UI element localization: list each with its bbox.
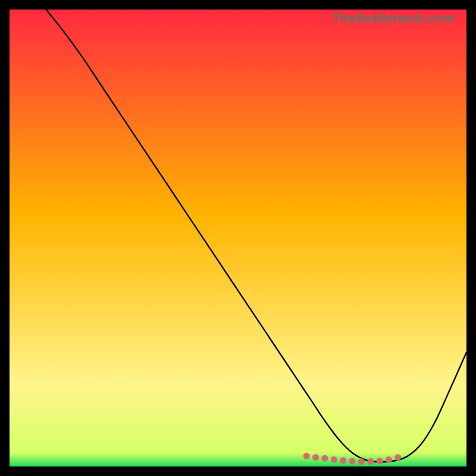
valley-dot [386,456,392,463]
valley-dot [321,455,328,462]
valley-dot [331,456,337,463]
gradient-background [10,10,466,466]
watermark-text: TheBottleneck.com [332,11,455,26]
valley-dot [303,453,310,459]
valley-dot [349,458,356,465]
chart-frame: TheBottleneck.com [10,10,466,466]
valley-dot [377,458,383,464]
valley-dot [394,454,401,461]
valley-dot [367,458,374,465]
bottleneck-plot [10,10,466,466]
valley-dot [312,454,319,461]
valley-dot [358,458,365,465]
valley-dot [340,458,346,464]
